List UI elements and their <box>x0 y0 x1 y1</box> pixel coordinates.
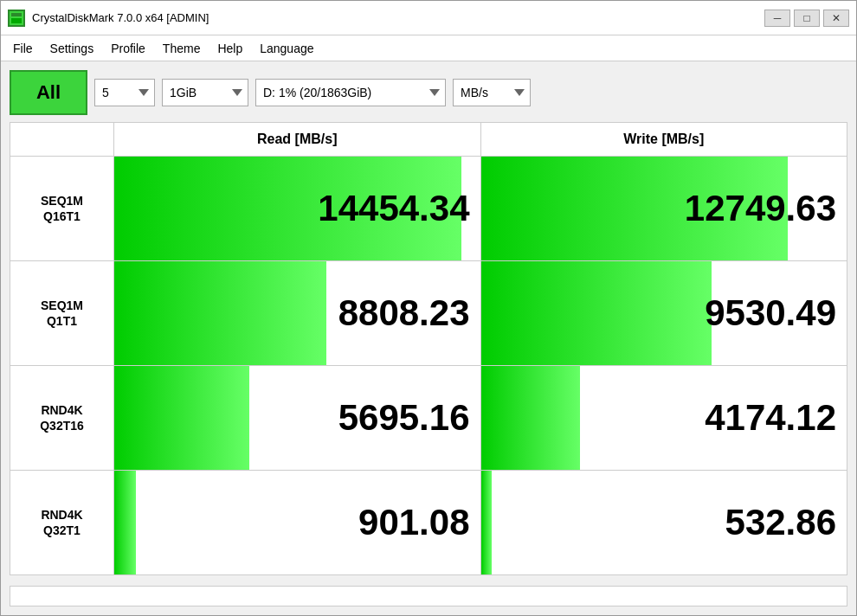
status-bar <box>10 586 847 606</box>
read-value-rnd4k-q32t16: 5695.16 <box>338 397 470 439</box>
menu-settings[interactable]: Settings <box>42 38 103 59</box>
write-cell-seq1m-q16t1: 12749.63 <box>481 157 847 260</box>
title-bar: CrystalDiskMark 7.0.0 x64 [ADMIN] ─ □ ✕ <box>1 1 856 35</box>
window-title: CrystalDiskMark 7.0.0 x64 [ADMIN] <box>32 11 209 24</box>
write-cell-seq1m-q1t1: 9530.49 <box>481 261 847 365</box>
minimize-button[interactable]: ─ <box>764 10 790 27</box>
data-table: Read [MB/s] Write [MB/s] SEQ1MQ16T1 1445… <box>10 122 847 575</box>
row-label-rnd4k-q32t16: RND4KQ32T16 <box>10 366 114 470</box>
read-cell-rnd4k-q32t1: 901.08 <box>114 471 481 574</box>
read-value-seq1m-q16t1: 14454.34 <box>318 188 469 229</box>
write-bar-rnd4k-q32t16 <box>481 366 580 470</box>
header-write: Write [MB/s] <box>481 123 847 157</box>
write-value-seq1m-q1t1: 9530.49 <box>705 292 836 334</box>
runs-dropdown[interactable]: 5 1 3 10 <box>94 79 155 106</box>
table-row: RND4KQ32T1 901.08 532.86 <box>10 471 847 574</box>
menu-theme[interactable]: Theme <box>154 38 209 59</box>
toolbar: All 5 1 3 10 1GiB 512MiB 2GiB 4GiB D: 1%… <box>10 70 847 115</box>
title-bar-left: CrystalDiskMark 7.0.0 x64 [ADMIN] <box>8 10 209 27</box>
read-cell-seq1m-q1t1: 8808.23 <box>114 261 481 365</box>
write-cell-rnd4k-q32t16: 4174.12 <box>481 366 847 470</box>
read-bar-rnd4k-q32t1 <box>114 471 136 574</box>
read-value-rnd4k-q32t1: 901.08 <box>358 502 469 543</box>
svg-rect-2 <box>11 13 22 16</box>
menu-profile[interactable]: Profile <box>102 38 154 59</box>
write-value-rnd4k-q32t1: 532.86 <box>725 502 836 543</box>
menu-file[interactable]: File <box>4 38 42 59</box>
size-dropdown[interactable]: 1GiB 512MiB 2GiB 4GiB <box>162 79 248 106</box>
read-bar-rnd4k-q32t16 <box>114 366 249 470</box>
write-value-seq1m-q16t1: 12749.63 <box>685 188 836 229</box>
write-bar-seq1m-q1t1 <box>481 261 712 365</box>
row-label-seq1m-q1t1: SEQ1MQ1T1 <box>10 261 114 365</box>
menu-language[interactable]: Language <box>251 38 322 59</box>
svg-rect-3 <box>11 18 22 23</box>
write-bar-rnd4k-q32t1 <box>481 471 493 574</box>
write-cell-rnd4k-q32t1: 532.86 <box>481 471 847 574</box>
header-read: Read [MB/s] <box>114 123 481 157</box>
app-window: CrystalDiskMark 7.0.0 x64 [ADMIN] ─ □ ✕ … <box>0 0 857 616</box>
drive-dropdown[interactable]: D: 1% (20/1863GiB) <box>255 79 446 106</box>
table-header: Read [MB/s] Write [MB/s] <box>10 123 847 157</box>
table-row: SEQ1MQ1T1 8808.23 9530.49 <box>10 261 847 366</box>
maximize-button[interactable]: □ <box>794 10 820 27</box>
read-cell-seq1m-q16t1: 14454.34 <box>114 157 481 260</box>
header-empty <box>10 123 114 157</box>
main-content: All 5 1 3 10 1GiB 512MiB 2GiB 4GiB D: 1%… <box>1 61 856 615</box>
menu-bar: File Settings Profile Theme Help Languag… <box>1 35 856 61</box>
close-button[interactable]: ✕ <box>823 10 849 27</box>
app-icon <box>8 10 25 27</box>
read-value-seq1m-q1t1: 8808.23 <box>338 292 470 334</box>
all-button[interactable]: All <box>10 70 87 115</box>
table-row: SEQ1MQ16T1 14454.34 12749.63 <box>10 157 847 261</box>
table-row: RND4KQ32T16 5695.16 4174.12 <box>10 366 847 471</box>
read-cell-rnd4k-q32t16: 5695.16 <box>114 366 481 470</box>
read-bar-seq1m-q1t1 <box>114 261 326 365</box>
unit-dropdown[interactable]: MB/s GB/s IOPS μs <box>453 79 531 106</box>
title-bar-controls: ─ □ ✕ <box>764 10 849 27</box>
write-value-rnd4k-q32t16: 4174.12 <box>705 397 836 439</box>
row-label-rnd4k-q32t1: RND4KQ32T1 <box>10 471 114 574</box>
menu-help[interactable]: Help <box>209 38 251 59</box>
row-label-seq1m-q16t1: SEQ1MQ16T1 <box>10 157 114 260</box>
